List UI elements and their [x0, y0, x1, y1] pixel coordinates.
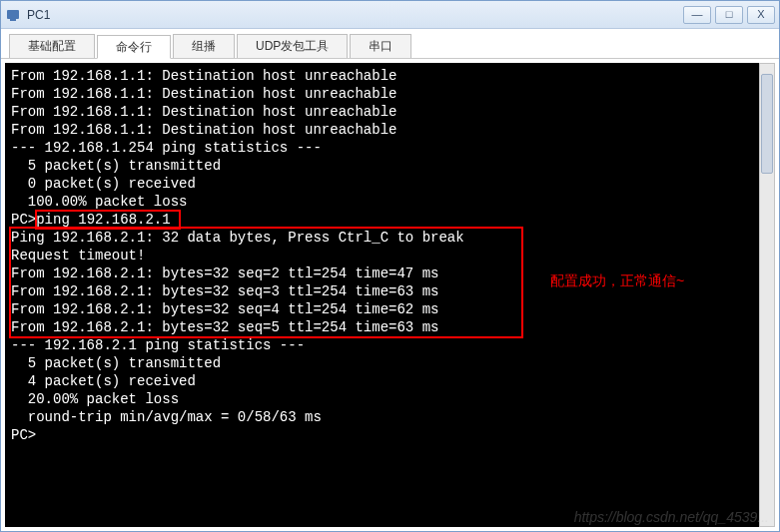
- tab-udp-tool[interactable]: UDP发包工具: [237, 34, 348, 58]
- maximize-button[interactable]: □: [715, 6, 743, 24]
- tab-bar: 基础配置 命令行 组播 UDP发包工具 串口: [1, 29, 779, 59]
- title-bar: PC1 — □ X: [1, 1, 779, 29]
- annotation-box-ping-results: [9, 227, 523, 338]
- tab-basic-config[interactable]: 基础配置: [9, 34, 95, 58]
- window-controls: — □ X: [683, 6, 775, 24]
- terminal-container: From 192.168.1.1: Destination host unrea…: [1, 59, 779, 531]
- minimize-button[interactable]: —: [683, 6, 711, 24]
- svg-rect-0: [7, 10, 19, 19]
- tab-cli[interactable]: 命令行: [97, 35, 171, 59]
- app-window: PC1 — □ X 基础配置 命令行 组播 UDP发包工具 串口 From 19…: [0, 0, 780, 532]
- tab-serial[interactable]: 串口: [350, 34, 411, 58]
- window-title: PC1: [27, 8, 683, 22]
- scrollbar-thumb[interactable]: [761, 74, 773, 174]
- scrollbar[interactable]: [759, 63, 775, 527]
- tab-multicast[interactable]: 组播: [173, 34, 235, 58]
- svg-rect-1: [10, 19, 16, 21]
- annotation-text: 配置成功，正常通信~: [550, 272, 684, 290]
- app-icon: [5, 7, 21, 23]
- close-button[interactable]: X: [747, 6, 775, 24]
